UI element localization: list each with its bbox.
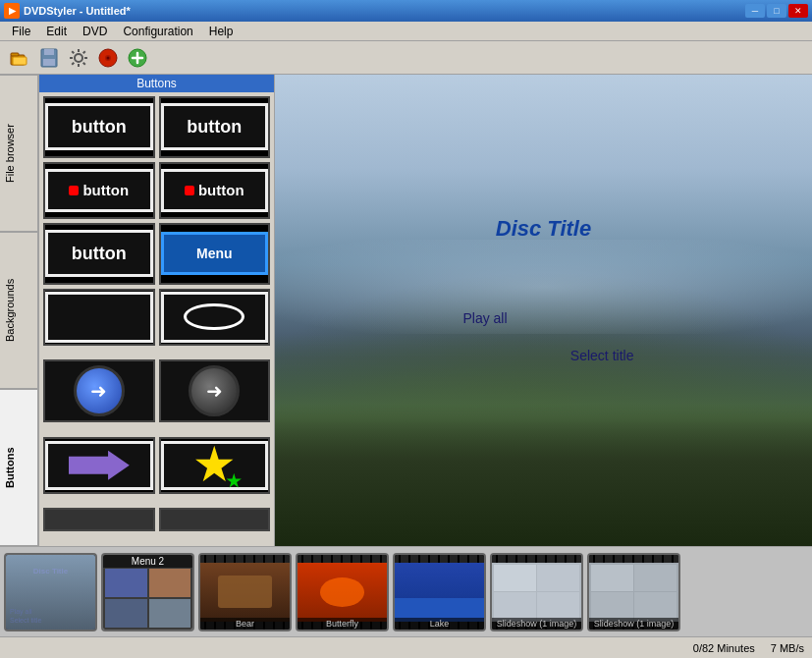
panel-content: button button button button button: [39, 92, 274, 546]
strip-title-3[interactable]: Title 3 Lake: [393, 553, 486, 631]
menu-file[interactable]: File: [4, 23, 38, 40]
strip-title-4[interactable]: Title 4 Slideshow (1 image): [490, 553, 583, 631]
svg-point-6: [75, 54, 82, 62]
disc-title: Disc Title: [496, 216, 591, 242]
menu-configuration[interactable]: Configuration: [115, 23, 200, 40]
svg-rect-5: [43, 59, 55, 66]
button-style-3[interactable]: button: [43, 162, 155, 220]
add-button[interactable]: [124, 44, 151, 72]
status-size: 7 MB/s: [771, 642, 804, 654]
button-style-11[interactable]: [43, 437, 155, 494]
button-style-9[interactable]: ➜: [43, 359, 155, 422]
strip-title-5[interactable]: Title 5 Slideshow (1 image): [587, 553, 680, 631]
strip-sublabel-title2: Butterfly: [298, 618, 387, 630]
play-all-button[interactable]: Play all: [462, 310, 507, 326]
svg-rect-1: [11, 53, 19, 56]
panel-title: Buttons: [39, 75, 274, 92]
titlebar-left: ▶ DVDStyler - Untitled*: [4, 3, 131, 19]
button-style-1[interactable]: button: [43, 96, 155, 158]
strip-menu-1[interactable]: Menu 1 Disc Title Play all Select title: [4, 553, 97, 631]
titlebar: ▶ DVDStyler - Untitled* ─ □ ✕: [0, 0, 812, 22]
preview-background: [275, 75, 812, 546]
button-style-13[interactable]: [43, 508, 155, 531]
menu-edit[interactable]: Edit: [38, 23, 75, 40]
status-time: 0/82 Minutes: [693, 642, 755, 654]
app-icon: ▶: [4, 3, 20, 19]
strip-title-1[interactable]: Title 1 Bear: [198, 553, 292, 631]
side-tabs: File browser Backgrounds Buttons: [0, 75, 39, 546]
button-style-4[interactable]: button: [159, 162, 271, 220]
button-style-10[interactable]: ➜: [159, 359, 271, 422]
strip-title-2[interactable]: Title 2 Butterfly: [296, 553, 389, 631]
statusbar: 0/82 Minutes 7 MB/s: [0, 636, 812, 658]
toolbar: [0, 41, 812, 75]
tab-backgrounds[interactable]: Backgrounds: [0, 232, 38, 389]
tab-file-browser[interactable]: File browser: [0, 75, 38, 232]
svg-point-9: [107, 56, 110, 59]
window-controls[interactable]: ─ □ ✕: [745, 4, 808, 18]
button-style-12[interactable]: [159, 437, 271, 494]
svg-rect-2: [13, 57, 27, 65]
open-button[interactable]: [6, 44, 33, 72]
filmstrip: Menu 1 Disc Title Play all Select title …: [0, 546, 812, 636]
preview-area[interactable]: Disc Title Play all Select title: [275, 75, 812, 546]
menubar: File Edit DVD Configuration Help: [0, 22, 812, 41]
button-style-8[interactable]: [159, 289, 271, 346]
main-content: File browser Backgrounds Buttons Buttons…: [0, 75, 812, 546]
strip-sublabel-title5: Slideshow (1 image): [589, 618, 678, 630]
save-button[interactable]: [35, 44, 63, 72]
button-style-7[interactable]: [43, 289, 155, 346]
disc-button[interactable]: [94, 44, 122, 72]
minimize-button[interactable]: ─: [745, 4, 765, 18]
button-style-2[interactable]: button: [159, 96, 271, 158]
button-style-14[interactable]: [159, 508, 271, 531]
strip-sublabel-title4: Slideshow (1 image): [492, 618, 581, 630]
menu-help[interactable]: Help: [201, 23, 242, 40]
buttons-panel: Buttons button button button button: [39, 75, 275, 546]
close-button[interactable]: ✕: [788, 4, 808, 18]
menu-dvd[interactable]: DVD: [75, 23, 115, 40]
select-title-button[interactable]: Select title: [570, 348, 634, 363]
strip-sublabel-title1: Bear: [200, 618, 290, 630]
tab-buttons[interactable]: Buttons: [0, 389, 38, 546]
strip-menu-2[interactable]: Menu 2: [101, 553, 194, 631]
button-style-6[interactable]: Menu: [159, 223, 271, 285]
maximize-button[interactable]: □: [767, 4, 786, 18]
settings-button[interactable]: [65, 44, 92, 72]
svg-rect-4: [44, 49, 54, 55]
strip-label-menu2: Menu 2: [103, 555, 192, 568]
window-title: DVDStyler - Untitled*: [24, 5, 131, 17]
button-style-5[interactable]: button: [43, 223, 155, 285]
strip-sublabel-title3: Lake: [395, 618, 484, 630]
